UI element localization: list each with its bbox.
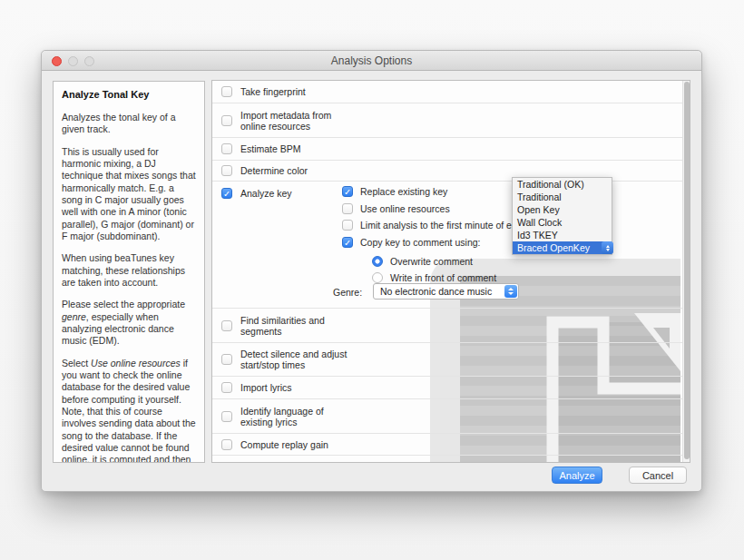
row-compute-replay-gain: Compute replay gain (212, 434, 690, 456)
help-paragraph: Please select the appropriate genre, esp… (62, 299, 196, 347)
replace-existing-key-label: Replace existing key (360, 186, 447, 197)
determine-color-checkbox[interactable] (221, 165, 232, 176)
genre-stepper-icon (504, 285, 517, 298)
genre-selected-value: No electronic dance music (380, 286, 492, 297)
analysis-options-window: Analysis Options Analyze Tonal Key Analy… (41, 50, 702, 492)
compute-replay-gain-label: Compute replay gain (240, 439, 328, 450)
import-metadata-label: Import metadata from online resources (240, 110, 354, 132)
write-in-front-label: Write in front of comment (390, 272, 496, 283)
compute-replay-gain-checkbox[interactable] (221, 439, 232, 450)
row-analyze-key: ✓ Analyze key ✓ Replace existing key Use… (212, 182, 690, 309)
identify-language-checkbox[interactable] (221, 411, 232, 422)
detect-silence-label: Detect silence and adjust start/stop tim… (240, 349, 358, 370)
write-in-front-radio[interactable] (372, 272, 383, 283)
row-detect-silence: Detect silence and adjust start/stop tim… (212, 343, 690, 377)
import-lyrics-label: Import lyrics (240, 382, 292, 393)
overwrite-comment-label: Overwrite comment (390, 256, 473, 267)
help-title: Analyze Tonal Key (62, 89, 196, 102)
key-format-dropdown-menu: Traditional (OK) Traditional Open Key Wa… (512, 177, 612, 255)
estimate-bpm-label: Estimate BPM (240, 143, 301, 154)
take-fingerprint-checkbox[interactable] (221, 86, 232, 97)
menu-item-open-key[interactable]: Open Key (513, 203, 612, 216)
genre-label: Genre: (333, 287, 362, 298)
limit-analysis-checkbox[interactable] (342, 220, 353, 231)
find-similarities-checkbox[interactable] (221, 320, 232, 331)
desktop-background: Analysis Options Analyze Tonal Key Analy… (0, 0, 744, 560)
analyze-key-checkbox[interactable]: ✓ (221, 188, 232, 199)
menu-item-wall-clock[interactable]: Wall Clock (513, 216, 612, 229)
help-sidebar: Analyze Tonal Key Analyzes the tonal key… (53, 81, 205, 463)
menu-item-braced-openkey[interactable]: Braced OpenKey (513, 241, 612, 254)
row-determine-color: Determine color (212, 161, 690, 182)
title-bar[interactable]: Analysis Options (42, 51, 701, 71)
copy-key-to-comment-label: Copy key to comment using: (360, 237, 480, 248)
analyze-button[interactable]: Analyze (552, 467, 602, 484)
overwrite-comment-radio[interactable] (372, 256, 383, 267)
analyze-key-label: Analyze key (240, 188, 292, 199)
limit-analysis-label: Limit analysis to the first minute of ea… (360, 220, 527, 231)
estimate-bpm-checkbox[interactable] (221, 143, 232, 154)
menu-item-traditional[interactable]: Traditional (513, 191, 612, 203)
import-metadata-checkbox[interactable] (221, 115, 232, 126)
row-estimate-bpm: Estimate BPM (212, 138, 690, 161)
copy-key-to-comment-checkbox[interactable]: ✓ (342, 237, 353, 248)
detect-silence-checkbox[interactable] (221, 354, 232, 365)
help-paragraph: Select Use online resources if you want … (62, 358, 196, 463)
menu-item-traditional-ok[interactable]: Traditional (OK) (513, 178, 612, 191)
row-find-similarities: Find similarities and segments (212, 309, 690, 343)
row-identify-language: Identify language of existing lyrics (212, 399, 690, 434)
panel-scrollbar[interactable] (682, 81, 690, 462)
row-import-lyrics: Import lyrics (212, 377, 690, 399)
scrollbar-thumb[interactable] (684, 82, 690, 459)
find-similarities-label: Find similarities and segments (240, 315, 331, 337)
row-import-metadata: Import metadata from online resources (212, 103, 690, 138)
window-title: Analysis Options (42, 54, 701, 67)
import-lyrics-checkbox[interactable] (221, 382, 232, 393)
replace-existing-key-checkbox[interactable]: ✓ (342, 186, 353, 197)
cancel-button[interactable]: Cancel (629, 467, 687, 484)
genre-select[interactable]: No electronic dance music (373, 283, 519, 300)
options-panel: Take fingerprint Import metadata from on… (211, 80, 690, 463)
use-online-resources-label: Use online resources (360, 203, 450, 214)
dropdown-stepper-icon (602, 241, 613, 254)
determine-color-label: Determine color (240, 165, 308, 176)
identify-language-label: Identify language of existing lyrics (240, 406, 348, 427)
help-paragraph: When using beaTunes key matching, these … (62, 252, 196, 289)
use-online-resources-checkbox[interactable] (342, 203, 353, 214)
menu-item-id3-tkey[interactable]: Id3 TKEY (513, 229, 612, 241)
help-paragraph: This is usually used for harmonic mixing… (62, 146, 196, 243)
help-paragraph: Analyzes the tonal key of a given track. (62, 112, 196, 136)
row-take-fingerprint: Take fingerprint (212, 81, 690, 103)
take-fingerprint-label: Take fingerprint (240, 86, 306, 97)
